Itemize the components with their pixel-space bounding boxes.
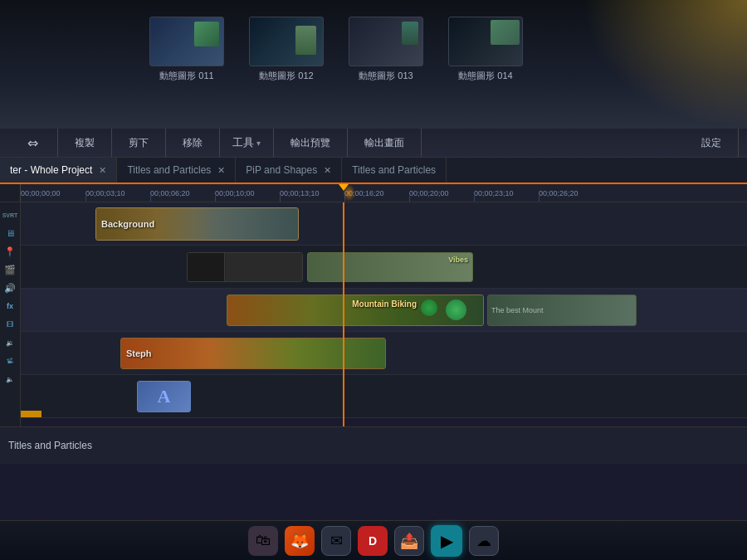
clip-mountain[interactable]: Mountain Biking	[227, 295, 484, 326]
clip-background[interactable]: Background	[95, 207, 299, 241]
clip-vibes[interactable]: Vibes	[307, 252, 473, 282]
pin-icon[interactable]: 📍	[2, 243, 18, 260]
track-1: Background	[21, 202, 747, 246]
cloud-icon[interactable]: ☁	[469, 526, 499, 556]
tab-titles-particles-1[interactable]: Titles and Particles ✕	[117, 158, 236, 183]
tab-whole-project[interactable]: ter - Whole Project ✕	[0, 158, 117, 183]
toolbar-settings-section: 設定	[685, 129, 739, 157]
media-label-014: 動態圖形 014	[458, 70, 512, 82]
sidebar-icons: SVRT 🖥 📍 🎬 🔊 fx 🎞 🔉 📽 🔈	[0, 202, 21, 426]
film2-icon[interactable]: 🎞	[2, 316, 18, 333]
media-label-013: 動態圖形 013	[359, 70, 413, 82]
forward-mail-icon[interactable]: 📤	[394, 526, 424, 556]
toolbar-delete-section: 移除	[166, 129, 220, 157]
preview-button[interactable]: 輸出預覽	[286, 134, 334, 152]
toolbar: ⇔ 複製 剪下 移除 工具 ▾ 輸出預覽 輸出畫面 設定	[0, 129, 747, 158]
timeline-ruler[interactable]: 00;00;00;00 00;00;03;10 00;00;06;20 00;0…	[0, 184, 747, 202]
toolbar-copy-section: 複製	[58, 129, 112, 157]
tab-close-titles-1[interactable]: ✕	[217, 165, 225, 176]
tracks-container: Background Vibes Mountain Biking	[21, 202, 747, 426]
tab-titles-particles-2[interactable]: Titles and Particles	[342, 158, 447, 183]
film-icon[interactable]: 🎬	[2, 261, 18, 278]
media-item-013[interactable]: 動態圖形 013	[349, 17, 423, 82]
video-editor-active-icon[interactable]: ▶	[431, 525, 462, 557]
cut-button[interactable]: 剪下	[124, 134, 153, 152]
settings-button[interactable]: 設定	[697, 134, 725, 152]
steph-label: Steph	[121, 347, 157, 360]
dash-icon[interactable]: D	[358, 526, 388, 556]
copy-button[interactable]: 複製	[71, 134, 99, 152]
volume-icon-1[interactable]: 🔊	[2, 280, 18, 296]
media-item-012[interactable]: 動態圖形 012	[249, 17, 324, 82]
mail-icon[interactable]: ✉	[321, 526, 351, 556]
tools-dropdown[interactable]: 工具 ▾	[232, 135, 261, 150]
timecode-4: 00;00;13;10	[280, 189, 320, 197]
media-browser: 動態圖形 011 動態圖形 012 動態圖形 013 動態圖形 014	[0, 0, 747, 129]
playhead-line	[343, 202, 344, 426]
bottom-panel: Titles and Particles	[0, 426, 747, 464]
clip-title-a[interactable]: A	[137, 381, 191, 412]
timecode-8: 00;00;26;20	[539, 189, 579, 197]
media-item-014[interactable]: 動態圖形 014	[448, 17, 523, 82]
tab-label-titles-2: Titles and Particles	[352, 164, 436, 176]
media-thumb-012[interactable]	[249, 17, 324, 66]
ruler-offset	[0, 184, 21, 202]
tab-label-titles-1: Titles and Particles	[127, 164, 211, 176]
export-button[interactable]: 輸出畫面	[360, 134, 408, 152]
tab-close-whole-project[interactable]: ✕	[99, 165, 106, 176]
toolbar-left: ⇔	[8, 129, 58, 157]
toolbar-tools-section: 工具 ▾	[220, 129, 274, 157]
ruler-content: 00;00;00;00 00;00;03;10 00;00;06;20 00;0…	[21, 184, 747, 202]
timecode-3: 00;00;10;00	[215, 189, 255, 197]
fx-icon[interactable]: fx	[2, 298, 18, 314]
firefox-icon[interactable]: 🦊	[285, 526, 315, 556]
tools-label: 工具	[232, 135, 254, 150]
media-label-011: 動態圖形 011	[159, 70, 213, 82]
volume-icon-2[interactable]: 🔉	[2, 334, 18, 351]
tab-label-pip: PiP and Shapes	[246, 164, 317, 176]
title-a-icon: A	[158, 386, 171, 407]
track-3: Mountain Biking The best Mount	[21, 289, 747, 332]
media-thumb-013[interactable]	[349, 17, 423, 66]
bottom-panel-label: Titles and Particles	[8, 440, 92, 451]
media-thumb-014[interactable]	[448, 17, 523, 66]
taskbar: 🛍 🦊 ✉ D 📤 ▶ ☁	[0, 520, 747, 560]
delete-button[interactable]: 移除	[178, 134, 207, 152]
clip-vibes-label: Vibes	[448, 256, 468, 264]
timecode-2: 00;00;06;20	[150, 189, 190, 197]
trim-icon[interactable]: ⇔	[21, 135, 45, 151]
clip-steph[interactable]: Steph	[120, 338, 386, 369]
toolbar-preview-section: 輸出預覽	[274, 129, 348, 157]
tools-chevron-icon: ▾	[256, 139, 261, 148]
toolbar-cut-section: 剪下	[112, 129, 166, 157]
timecode-6: 00;00;20;00	[409, 189, 449, 197]
film3-icon[interactable]: 📽	[2, 353, 18, 369]
tabs-bar: ter - Whole Project ✕ Titles and Particl…	[0, 158, 747, 184]
toolbar-export-section: 輸出畫面	[348, 129, 422, 157]
clip-mountain-right2[interactable]: The best Mount	[487, 295, 637, 326]
media-item-011[interactable]: 動態圖形 011	[149, 17, 224, 82]
track-2: Vibes	[21, 246, 747, 289]
clip-video-dark[interactable]	[187, 252, 303, 282]
media-thumbnails: 動態圖形 011 動態圖形 012 動態圖形 013 動態圖形 014	[0, 0, 747, 90]
timeline-main: SVRT 🖥 📍 🎬 🔊 fx 🎞 🔉 📽 🔈 Background	[0, 202, 747, 426]
tab-pip-shapes[interactable]: PiP and Shapes ✕	[236, 158, 342, 183]
track-5: A	[21, 375, 747, 418]
monitor-icon[interactable]: 🖥	[2, 225, 18, 241]
media-label-012: 動態圖形 012	[259, 70, 313, 82]
timecode-0: 00;00;00;00	[21, 189, 61, 197]
volume-icon-3[interactable]: 🔈	[2, 371, 18, 387]
tab-close-pip[interactable]: ✕	[324, 165, 331, 176]
tab-label-whole-project: ter - Whole Project	[10, 164, 92, 176]
timecode-7: 00;00;23;10	[474, 189, 514, 197]
media-thumb-011[interactable]	[149, 17, 224, 66]
clip-bestmount-label: The best Mount	[488, 304, 547, 316]
clip-background-label: Background	[96, 217, 159, 231]
svrt-badge: SVRT	[2, 207, 18, 223]
track-4: Steph	[21, 332, 747, 375]
store-icon[interactable]: 🛍	[248, 526, 278, 556]
track-marker	[21, 411, 42, 417]
timecode-1: 00;00;03;10	[85, 189, 125, 197]
clip-mountain-label: Mountain Biking	[352, 299, 417, 309]
